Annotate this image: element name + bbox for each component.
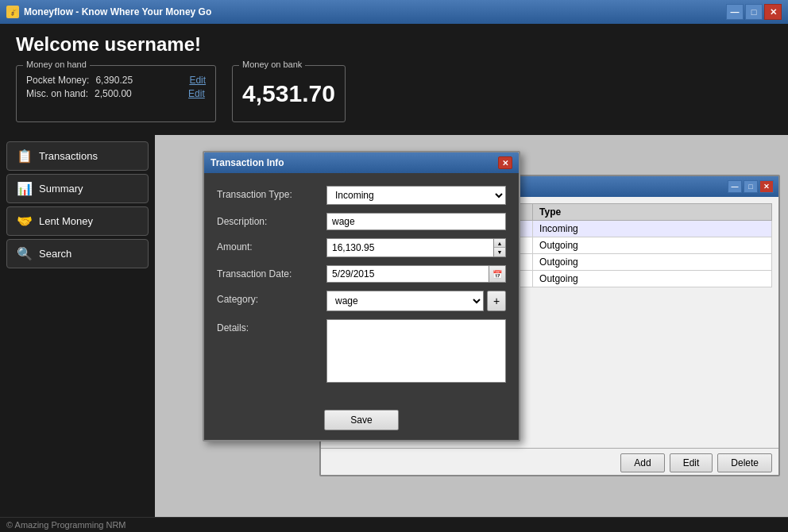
details-textarea[interactable] [326, 319, 506, 383]
title-bar: 💰 Moneyflow - Know Where Your Money Go —… [0, 0, 788, 24]
sidebar-label-transactions: Transactions [39, 150, 98, 162]
transaction-type-label: Transaction Type: [217, 186, 320, 200]
amount-input[interactable] [326, 238, 493, 257]
title-controls: — □ ✕ [726, 4, 782, 20]
sidebar-label-lent-money: Lent Money [39, 215, 93, 227]
sidebar-label-summary: Summary [39, 183, 83, 195]
misc-on-hand-row: Misc. on hand: 2,500.00 Edit [26, 88, 206, 99]
date-wrapper: 📅 [326, 265, 506, 283]
minimize-button[interactable]: — [726, 4, 744, 20]
transactions-icon: 📋 [17, 148, 33, 164]
bg-win-maximize[interactable]: □ [744, 180, 758, 193]
amount-row: Amount: ▲ ▼ [217, 238, 506, 257]
description-input[interactable] [326, 213, 506, 230]
details-row: Details: [217, 319, 506, 383]
amount-label: Amount: [217, 238, 320, 253]
bg-win-close[interactable]: ✕ [759, 180, 774, 193]
amount-wrapper: ▲ ▼ [326, 238, 506, 257]
col-type: Type [533, 204, 772, 221]
dialog-close-button[interactable]: ✕ [498, 156, 512, 169]
summary-icon: 📊 [17, 181, 33, 196]
amount-down-button[interactable]: ▼ [494, 248, 505, 256]
pocket-money-edit[interactable]: Edit [189, 75, 206, 86]
transaction-date-row: Transaction Date: 📅 [217, 265, 506, 283]
sidebar-item-lent-money[interactable]: 🤝 Lent Money [6, 206, 149, 236]
misc-on-hand-edit[interactable]: Edit [188, 88, 205, 99]
add-button[interactable]: Add [620, 453, 664, 472]
money-on-hand-box: Money on hand Pocket Money: 6,390.25 Edi… [16, 65, 216, 122]
row2-type: Outgoing [533, 237, 772, 254]
transaction-date-label: Transaction Date: [217, 265, 320, 279]
row3-type: Outgoing [533, 254, 772, 271]
transaction-type-row: Transaction Type: Incoming Outgoing [217, 186, 506, 205]
category-label: Category: [217, 291, 320, 305]
money-on-bank-box: Money on bank 4,531.70 [232, 65, 346, 122]
misc-on-hand-label: Misc. on hand: [26, 88, 88, 99]
transactions-footer: Add Edit Delete [321, 448, 778, 477]
details-label: Details: [217, 319, 320, 333]
welcome-header: Welcome username! Money on hand Pocket M… [0, 24, 788, 135]
welcome-title: Welcome username! [16, 33, 772, 56]
calendar-button[interactable]: 📅 [489, 265, 506, 283]
add-category-button[interactable]: + [487, 291, 506, 311]
main-content: Welcome username! Money on hand Pocket M… [0, 24, 788, 532]
dialog-titlebar: Transaction Info ✕ [204, 152, 519, 173]
main-panel: Transactions — □ ✕ Details Type [155, 135, 788, 517]
body-area: 📋 Transactions 📊 Summary 🤝 Lent Money 🔍 … [0, 135, 788, 517]
category-row: Category: wage salary food transport + [217, 291, 506, 311]
sidebar-item-summary[interactable]: 📊 Summary [6, 174, 149, 203]
status-bar: © Amazing Programming NRM [0, 517, 788, 532]
save-button[interactable]: Save [324, 410, 398, 430]
delete-button[interactable]: Delete [717, 453, 772, 472]
sidebar: 📋 Transactions 📊 Summary 🤝 Lent Money 🔍 … [0, 135, 155, 517]
pocket-money-row: Pocket Money: 6,390.25 Edit [26, 75, 206, 86]
pocket-money-label: Pocket Money: [26, 75, 89, 86]
close-button[interactable]: ✕ [764, 4, 782, 20]
search-icon: 🔍 [17, 246, 33, 261]
status-text: © Amazing Programming NRM [6, 520, 126, 530]
edit-button[interactable]: Edit [670, 453, 713, 472]
transaction-info-dialog: Transaction Info ✕ Transaction Type: Inc… [203, 151, 520, 441]
lent-money-icon: 🤝 [17, 214, 33, 229]
app-icon: 💰 [6, 6, 19, 18]
amount-spinner: ▲ ▼ [493, 238, 506, 257]
dialog-footer: Save [204, 403, 519, 440]
pocket-money-value: 6,390.25 [95, 75, 159, 86]
transaction-type-select[interactable]: Incoming Outgoing [326, 186, 506, 205]
sidebar-item-search[interactable]: 🔍 Search [6, 239, 149, 268]
misc-on-hand-value: 2,500.00 [95, 88, 158, 99]
category-select[interactable]: wage salary food transport [326, 291, 484, 311]
category-wrapper: wage salary food transport + [326, 291, 506, 311]
bg-window-controls: — □ ✕ [728, 180, 774, 193]
amount-up-button[interactable]: ▲ [494, 239, 505, 248]
bank-amount: 4,531.70 [242, 72, 335, 115]
dialog-title: Transaction Info [211, 157, 284, 168]
app-title: Moneyflow - Know Where Your Money Go [24, 6, 211, 17]
description-row: Description: [217, 213, 506, 230]
row1-type: Incoming [533, 221, 772, 237]
money-on-bank-label: Money on bank [239, 60, 305, 69]
sidebar-label-search: Search [39, 248, 71, 260]
description-label: Description: [217, 213, 320, 227]
row4-type: Outgoing [533, 271, 772, 287]
bg-win-minimize[interactable]: — [728, 180, 742, 193]
dialog-body: Transaction Type: Incoming Outgoing Desc… [204, 173, 519, 403]
maximize-button[interactable]: □ [745, 4, 763, 20]
stats-row: Money on hand Pocket Money: 6,390.25 Edi… [16, 65, 772, 122]
money-on-hand-label: Money on hand [23, 60, 90, 69]
sidebar-item-transactions[interactable]: 📋 Transactions [6, 141, 149, 171]
transaction-date-input[interactable] [326, 265, 489, 283]
